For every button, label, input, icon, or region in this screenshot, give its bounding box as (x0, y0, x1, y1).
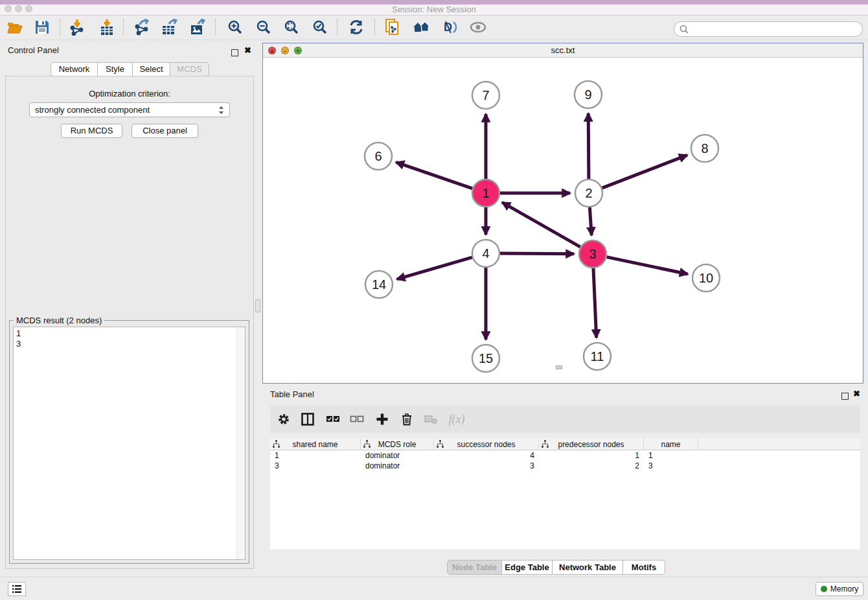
export-image-icon[interactable] (188, 17, 209, 37)
node-8[interactable]: 8 (691, 135, 718, 162)
cyndex-icon[interactable]: D (439, 17, 459, 37)
network-graph[interactable]: 7968124314101511 (263, 58, 863, 384)
cell-name[interactable]: 1 (644, 450, 698, 461)
cell-MCDS-role[interactable]: dominator (361, 450, 434, 461)
zoom-fit-icon[interactable] (281, 17, 302, 37)
mcds-result-line: 3 (16, 339, 242, 349)
edge-4-14[interactable] (397, 257, 472, 279)
tab-mcds[interactable]: MCDS (170, 62, 209, 76)
network-window-titlebar[interactable]: x − + scc.txt (263, 43, 863, 58)
run-mcds-button[interactable]: Run MCDS (61, 124, 122, 138)
open-file-icon[interactable] (5, 17, 26, 37)
cell-successor-nodes[interactable]: 4 (434, 450, 539, 461)
column-header-MCDS-role[interactable]: MCDS role (361, 438, 434, 450)
edge-1-6[interactable] (396, 162, 472, 189)
mcds-result-text[interactable]: 13 (13, 327, 246, 560)
table-body: 1dominator4113dominator323 (270, 450, 860, 549)
task-history-button[interactable] (8, 582, 26, 596)
table-row[interactable]: 1dominator411 (270, 450, 860, 461)
cell-predecessor-nodes[interactable]: 1 (539, 450, 644, 461)
column-header-predecessor-nodes[interactable]: predecessor nodes (539, 438, 644, 450)
table-panel-close-icon[interactable]: ✖ (853, 390, 860, 397)
node-10[interactable]: 10 (692, 264, 720, 292)
zoom-out-icon[interactable] (253, 17, 274, 37)
edge-4-3[interactable] (500, 253, 574, 254)
node-11[interactable]: 11 (584, 343, 611, 370)
edge-2-8[interactable] (602, 155, 687, 188)
delete-table-icon[interactable] (421, 410, 440, 429)
column-header-shared-name[interactable]: shared name (270, 438, 361, 450)
edge-3-11[interactable] (593, 268, 597, 338)
cell-successor-nodes[interactable]: 3 (434, 461, 539, 471)
node-1[interactable]: 1 (472, 179, 499, 207)
svg-text:7: 7 (482, 88, 489, 102)
home-icon[interactable] (411, 17, 431, 37)
cell-shared-name[interactable]: 3 (270, 461, 361, 471)
column-header-name[interactable]: name (644, 438, 698, 450)
zoom-in-icon[interactable] (225, 17, 246, 37)
network-view-window: x − + scc.txt 7968124314101511 (262, 43, 863, 384)
mcds-result-scrollbar[interactable] (236, 327, 245, 559)
cell-predecessor-nodes[interactable]: 2 (539, 461, 644, 471)
save-session-icon[interactable] (32, 17, 52, 37)
gear-icon[interactable] (274, 410, 293, 429)
cell-shared-name[interactable]: 1 (270, 450, 361, 461)
svg-text:14: 14 (372, 277, 386, 292)
deselect-all-icon[interactable] (347, 410, 367, 429)
tab-node-table[interactable]: Node Table (447, 560, 502, 575)
tab-network[interactable]: Network (51, 62, 98, 76)
node-15[interactable]: 15 (472, 345, 499, 372)
memory-button[interactable]: Memory (816, 582, 863, 596)
edge-3-10[interactable] (607, 257, 688, 274)
node-14[interactable]: 14 (365, 271, 393, 298)
edge-2-3[interactable] (589, 207, 591, 235)
tab-style[interactable]: Style (98, 62, 133, 76)
control-panel-close-icon[interactable]: ✖ (244, 47, 251, 54)
network-resize-grip[interactable] (556, 365, 562, 369)
delete-column-icon[interactable] (397, 410, 417, 429)
cell-name[interactable]: 3 (644, 461, 698, 471)
tab-select[interactable]: Select (133, 62, 170, 76)
search-icon (679, 24, 689, 34)
clone-network-icon[interactable] (382, 17, 403, 37)
search-input[interactable] (689, 25, 862, 34)
node-6[interactable]: 6 (365, 143, 392, 170)
tab-edge-table[interactable]: Edge Table (502, 560, 553, 575)
import-table-icon[interactable] (97, 17, 117, 37)
edge-2-9[interactable] (588, 113, 589, 179)
svg-text:4: 4 (482, 246, 489, 260)
panel-divider-handle[interactable] (255, 299, 260, 312)
node-7[interactable]: 7 (472, 82, 499, 109)
cell-MCDS-role[interactable]: dominator (361, 461, 434, 471)
toolbar-separator (337, 19, 337, 36)
zoom-selected-icon[interactable] (310, 17, 330, 37)
export-table-icon[interactable] (159, 17, 180, 37)
node-4[interactable]: 4 (472, 240, 499, 267)
svg-text:6: 6 (374, 149, 382, 163)
eye-icon[interactable] (468, 17, 488, 37)
svg-text:15: 15 (479, 351, 493, 365)
function-builder-icon[interactable]: f(x) (444, 410, 470, 429)
tab-motifs[interactable]: Motifs (623, 560, 665, 575)
import-network-icon[interactable] (67, 17, 87, 37)
tab-network-table[interactable]: Network Table (553, 560, 623, 575)
node-3[interactable]: 3 (579, 240, 606, 268)
criterion-select[interactable]: strongly connected component (29, 102, 230, 117)
control-panel-float-icon[interactable] (231, 47, 238, 59)
node-9[interactable]: 9 (575, 81, 602, 108)
status-bar: Memory (0, 577, 868, 600)
refresh-view-icon[interactable] (346, 17, 367, 37)
add-column-icon[interactable] (372, 410, 392, 429)
column-header-successor-nodes[interactable]: successor nodes (434, 438, 539, 450)
edge-3-1[interactable] (502, 202, 580, 247)
table-row[interactable]: 3dominator323 (270, 461, 860, 471)
table-panel-float-icon[interactable] (841, 391, 849, 402)
export-network-icon[interactable] (131, 17, 152, 37)
table-header-row: shared nameMCDS rolesuccessor nodesprede… (270, 438, 860, 450)
close-panel-button[interactable]: Close panel (131, 124, 198, 138)
toolbar-separator (215, 19, 216, 36)
search-field[interactable] (674, 21, 863, 37)
node-2[interactable]: 2 (575, 179, 602, 207)
columns-icon[interactable] (298, 410, 317, 429)
select-all-icon[interactable] (323, 410, 343, 429)
